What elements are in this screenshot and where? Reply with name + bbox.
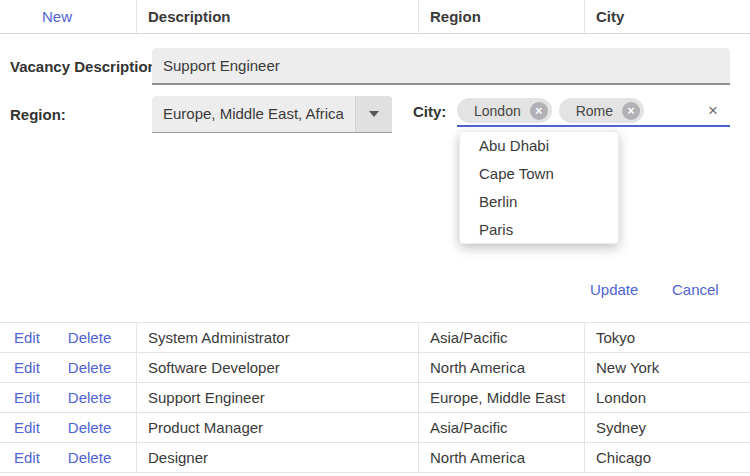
cell-region: Asia/Pacific (419, 323, 585, 352)
delete-link[interactable]: Delete (68, 359, 111, 376)
delete-link[interactable]: Delete (68, 389, 111, 406)
edit-link[interactable]: Edit (14, 419, 40, 436)
city-tagbox[interactable]: London × Rome × × (457, 96, 730, 127)
dropdown-option[interactable]: Abu Dhabi (460, 132, 618, 160)
cell-region: Asia/Pacific (419, 413, 585, 442)
command-cell: Edit Delete (0, 353, 137, 382)
remove-tag-icon[interactable]: × (530, 102, 548, 120)
table-row: Edit Delete Designer North America Chica… (0, 443, 750, 473)
delete-link[interactable]: Delete (68, 329, 111, 346)
data-rows: Edit Delete System Administrator Asia/Pa… (0, 322, 750, 473)
table-row: Edit Delete Support Engineer Europe, Mid… (0, 383, 750, 413)
cell-city: New York (585, 353, 750, 382)
dropdown-option[interactable]: Cape Town (460, 160, 618, 188)
city-label: City: (413, 96, 446, 128)
cell-region: North America (419, 353, 585, 382)
table-row: Edit Delete System Administrator Asia/Pa… (0, 323, 750, 353)
cell-region: Europe, Middle East (419, 383, 585, 412)
command-cell: Edit Delete (0, 413, 137, 442)
cell-city: Chicago (585, 443, 750, 472)
city-tag: Rome × (559, 98, 644, 123)
delete-link[interactable]: Delete (68, 419, 111, 436)
cell-description: Software Developer (137, 353, 419, 382)
clear-icon[interactable]: × (708, 102, 718, 119)
command-cell: Edit Delete (0, 443, 137, 472)
column-header-region[interactable]: Region (419, 0, 585, 33)
edit-link[interactable]: Edit (14, 389, 40, 406)
table-row: Edit Delete Software Developer North Ame… (0, 353, 750, 383)
cell-description: Support Engineer (137, 383, 419, 412)
vacancy-description-input[interactable] (152, 48, 730, 83)
cell-description: Product Manager (137, 413, 419, 442)
column-header-city[interactable]: City (585, 0, 750, 33)
remove-tag-icon[interactable]: × (622, 102, 640, 120)
update-button[interactable]: Update (590, 281, 638, 298)
cell-region: North America (419, 443, 585, 472)
vacancy-grid: New Description Region City Vacancy Desc… (0, 0, 750, 476)
cell-description: System Administrator (137, 323, 419, 352)
region-dropdown-button[interactable] (355, 96, 392, 132)
region-select[interactable]: Europe, Middle East, Africa (152, 96, 392, 133)
city-tag: London × (457, 98, 552, 123)
cell-city: Sydney (585, 413, 750, 442)
edit-link[interactable]: Edit (14, 359, 40, 376)
dropdown-option[interactable]: Berlin (460, 188, 618, 216)
command-column-header: New (0, 0, 137, 33)
edit-link[interactable]: Edit (14, 449, 40, 466)
edit-link[interactable]: Edit (14, 329, 40, 346)
cell-description: Designer (137, 443, 419, 472)
vacancy-description-field (152, 48, 730, 85)
city-tag-label: London (474, 103, 521, 119)
command-cell: Edit Delete (0, 383, 137, 412)
dropdown-option[interactable]: Paris (460, 216, 618, 244)
delete-link[interactable]: Delete (68, 449, 111, 466)
region-select-value: Europe, Middle East, Africa (152, 96, 355, 132)
cell-city: Tokyo (585, 323, 750, 352)
city-dropdown-list: Abu Dhabi Cape Town Berlin Paris (459, 131, 619, 244)
new-button[interactable]: New (42, 8, 72, 25)
command-cell: Edit Delete (0, 323, 137, 352)
city-tag-label: Rome (576, 103, 613, 119)
dropdown-arrow-icon (369, 111, 379, 117)
region-label: Region: (10, 96, 66, 133)
column-header-description[interactable]: Description (137, 0, 419, 33)
grid-header-row: New Description Region City (0, 0, 750, 34)
table-row: Edit Delete Product Manager Asia/Pacific… (0, 413, 750, 443)
vacancy-description-label: Vacancy Description: (10, 48, 162, 85)
cancel-button[interactable]: Cancel (672, 281, 719, 298)
cell-city: London (585, 383, 750, 412)
